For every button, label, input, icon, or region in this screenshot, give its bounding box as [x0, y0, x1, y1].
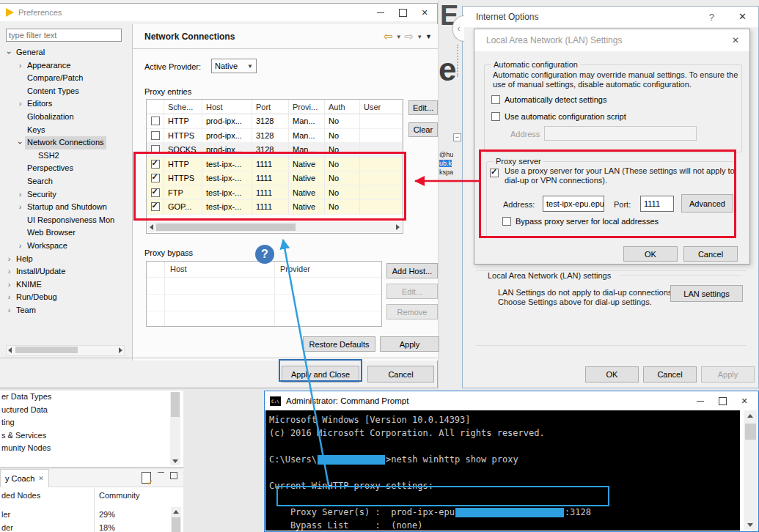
apply-and-close-button[interactable]: Apply and Close — [282, 366, 359, 383]
lan-dialog-titlebar[interactable]: Local Area Network (LAN) Settings — [474, 29, 749, 51]
scroll-up-icon[interactable] — [747, 414, 753, 418]
coach-node-name[interactable]: der — [1, 523, 13, 532]
tree-item-editors[interactable]: ›Editors — [3, 97, 128, 111]
chevron-collapsed-icon[interactable]: › — [4, 278, 14, 292]
tree-item-appearance[interactable]: ›Appearance — [3, 59, 128, 73]
checkbox-checked-icon[interactable] — [151, 160, 160, 169]
proxy-table-row[interactable]: HTTPStest-ipx-...1111NativeNo — [147, 171, 403, 186]
column-header[interactable]: Provi... — [289, 100, 325, 114]
cancel-button[interactable]: Cancel — [367, 366, 434, 383]
tree-item-perspectives[interactable]: Perspectives — [3, 162, 128, 175]
checkbox-checked-icon[interactable] — [151, 174, 160, 182]
chevron-collapsed-icon[interactable]: › — [4, 291, 14, 304]
coach-scrollbar[interactable] — [171, 507, 181, 532]
checkbox-checked-icon[interactable] — [151, 188, 160, 197]
repository-item[interactable]: s & Services — [0, 429, 183, 443]
tree-item-ui-responsiveness-mon[interactable]: UI Responsiveness Mon — [3, 214, 128, 227]
tab-workflow-coach[interactable]: y Coach ✕ — [0, 469, 49, 487]
lan-settings-button[interactable]: LAN settings — [670, 285, 743, 302]
maximize-button[interactable] — [392, 5, 414, 20]
cmd-scrollbar[interactable] — [744, 410, 758, 531]
scroll-left-icon[interactable] — [150, 224, 153, 230]
chevron-collapsed-icon[interactable]: › — [4, 304, 14, 317]
tree-item-knime[interactable]: ›KNIME — [3, 278, 128, 292]
checkbox-icon[interactable] — [151, 117, 160, 125]
minimize-button[interactable] — [689, 394, 711, 408]
advanced-button[interactable]: Advanced — [681, 194, 733, 213]
tree-item-security[interactable]: ›Security — [3, 188, 128, 202]
proxy-table-row[interactable]: SOCKSprod-ipx...3128Man...No — [147, 143, 403, 158]
chevron-collapsed-icon[interactable]: › — [15, 97, 25, 111]
column-header[interactable]: Host — [202, 100, 252, 114]
repository-scrollbar[interactable] — [170, 392, 180, 465]
chevron-collapsed-icon[interactable]: › — [15, 59, 25, 73]
apply-button[interactable]: Apply — [701, 366, 755, 383]
cmd-titlebar[interactable]: C:\ Administrator: Command Prompt — [265, 391, 758, 410]
cmd-output[interactable]: Microsoft Windows [Version 10.0.14393](c… — [265, 410, 740, 531]
forward-dropdown-icon[interactable]: ▼ — [417, 34, 422, 40]
chevron-collapsed-icon[interactable]: › — [15, 188, 25, 202]
back-dropdown-icon[interactable]: ▼ — [396, 34, 402, 40]
config-script-checkbox[interactable]: Use automatic configuration script — [491, 112, 626, 121]
column-header[interactable]: User — [360, 100, 403, 114]
active-provider-select[interactable]: Native ▼ — [211, 59, 257, 73]
bypass-edit-button[interactable]: Edit... — [386, 284, 438, 299]
scroll-right-icon[interactable] — [396, 224, 400, 230]
ok-button[interactable]: OK — [585, 366, 639, 383]
proxy-address-field[interactable]: test-ipx-epu.epu — [543, 196, 604, 212]
repository-item[interactable]: munity Nodes — [0, 442, 183, 455]
auto-config-address-field[interactable] — [544, 126, 697, 141]
minimize-panel-icon[interactable] — [158, 472, 164, 473]
tree-item-help[interactable]: ›Help — [3, 253, 128, 266]
column-header[interactable]: Sche... — [164, 100, 202, 114]
tree-item-workspace[interactable]: ›Workspace — [3, 240, 128, 253]
chevron-collapsed-icon[interactable]: › — [4, 253, 14, 266]
help-button[interactable]: ? — [709, 12, 714, 23]
column-header[interactable]: Host — [170, 265, 187, 273]
repository-item[interactable]: uctured Data — [0, 404, 183, 417]
coach-node-name[interactable]: ler — [1, 510, 10, 519]
cancel-button[interactable]: Cancel — [683, 246, 738, 262]
report-icon[interactable] — [142, 472, 151, 484]
repository-item[interactable]: er Data Types — [0, 391, 183, 404]
edit-button[interactable]: Edit... — [408, 100, 438, 115]
tree-item-content-types[interactable]: Content Types — [3, 85, 128, 98]
proxy-port-field[interactable]: 1111 — [640, 196, 674, 212]
maximize-panel-icon[interactable] — [170, 472, 177, 479]
tree-horizontal-scrollbar[interactable] — [6, 345, 125, 356]
apply-button[interactable]: Apply — [380, 336, 439, 352]
proxy-table-row[interactable]: HTTPtest-ipx-...1111NativeNo — [147, 158, 403, 172]
scroll-left-icon[interactable] — [8, 347, 12, 353]
bypass-local-checkbox[interactable]: Bypass proxy server for local addresses — [502, 217, 659, 226]
checkbox-checked-icon[interactable] — [490, 169, 499, 177]
back-arrow-icon[interactable]: ⇦ — [384, 30, 393, 43]
repository-item[interactable]: ting — [0, 416, 183, 429]
proxy-bypass-table[interactable]: Host Provider — [146, 261, 382, 327]
column-header[interactable]: Auth — [325, 100, 360, 114]
proxy-table-row[interactable]: FTPtest-ipx-...1111NativeNo — [147, 186, 403, 201]
tree-item-globalization[interactable]: Globalization — [3, 111, 128, 124]
view-menu-icon[interactable]: ▼ — [425, 33, 432, 40]
proxy-table-row[interactable]: HTTPSprod-ipx...3128Man...No — [147, 129, 403, 144]
tree-item-ssh2[interactable]: SSH2 — [3, 149, 128, 163]
tree-item-general[interactable]: ›General — [3, 46, 128, 59]
tree-item-network-connections[interactable]: ›Network Connections — [3, 136, 128, 149]
tree-item-search[interactable]: Search — [3, 175, 128, 188]
tab-close-icon[interactable]: ✕ — [38, 475, 44, 482]
cancel-button[interactable]: Cancel — [643, 366, 697, 383]
proxy-table-row[interactable]: GOP...test-ipx-...1111NativeNo — [147, 200, 403, 215]
remove-button[interactable]: Remove — [386, 304, 438, 319]
use-proxy-checkbox[interactable] — [490, 169, 499, 177]
scroll-right-icon[interactable] — [119, 347, 122, 353]
proxy-entries-table[interactable]: Sche... Host Port Provi... Auth User HTT… — [146, 99, 403, 234]
chevron-collapsed-icon[interactable]: › — [15, 201, 25, 214]
maximize-button[interactable] — [711, 394, 733, 408]
forward-arrow-icon[interactable]: ⇨ — [405, 30, 414, 43]
scroll-down-icon[interactable] — [747, 523, 753, 527]
chevron-expanded-icon[interactable]: › — [14, 138, 27, 147]
chevron-expanded-icon[interactable]: › — [3, 48, 15, 57]
scroll-down-icon[interactable] — [172, 459, 178, 463]
checkbox-checked-icon[interactable] — [151, 202, 160, 211]
checkbox-icon[interactable] — [151, 131, 160, 140]
chevron-collapsed-icon[interactable]: › — [15, 240, 25, 253]
